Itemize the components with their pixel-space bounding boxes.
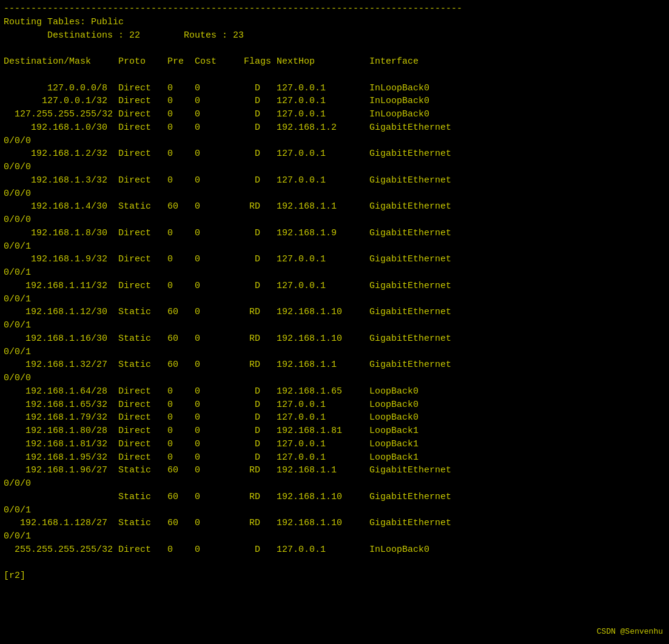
- terminal-output: ----------------------------------------…: [4, 2, 665, 583]
- watermark: CSDN @Senvenhu: [597, 626, 663, 638]
